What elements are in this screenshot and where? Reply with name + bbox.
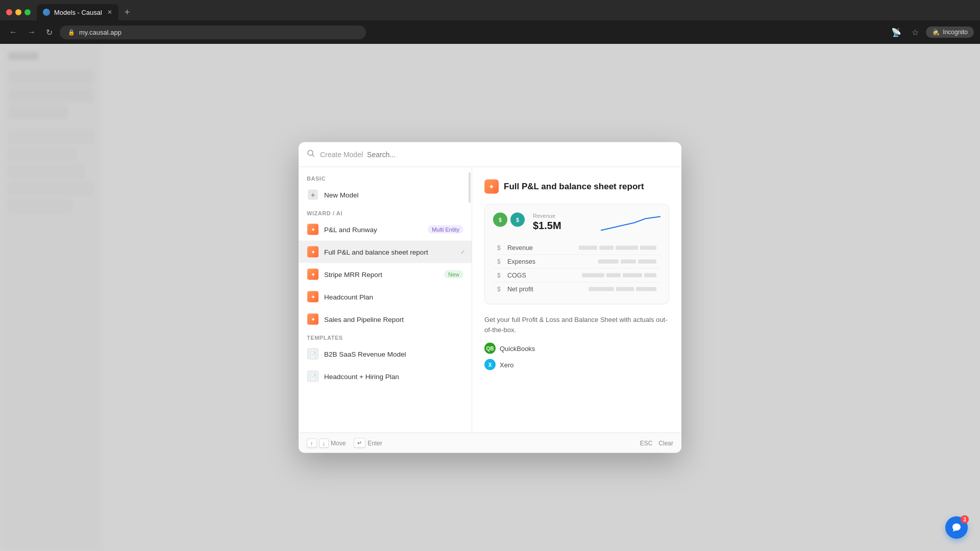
list-item-full-pnl[interactable]: ✦ Full P&L and balance sheet report ✓: [299, 241, 472, 263]
pnl-runway-label: P&L and Runway: [324, 226, 423, 233]
b2b-saas-icon: 📄: [307, 348, 319, 360]
bar-2: [599, 246, 614, 250]
browser-chrome: Models - Causal ✕ + ← → ↻ 🔒 my.causal.ap…: [0, 0, 980, 44]
cast-icon[interactable]: 📡: [888, 26, 904, 39]
move-label: Move: [331, 439, 346, 446]
pnl-runway-icon: ✦: [307, 223, 319, 236]
headcount-hiring-label: Headcount + Hiring Plan: [324, 372, 463, 380]
bookmark-icon[interactable]: ☆: [909, 26, 922, 39]
bar-11: [644, 273, 656, 278]
list-item-pnl-runway[interactable]: ✦ P&L and Runway Multi Entity: [299, 218, 472, 241]
nav-actions: 📡 ☆ 🕵 Incognito: [888, 26, 974, 39]
modal-preview-panel: ✦ Full P&L and balance sheet report $ $ …: [472, 167, 681, 433]
list-item-b2b-saas[interactable]: 📄 B2B SaaS Revenue Model: [299, 343, 472, 365]
stripe-mrr-label: Stripe MRR Report: [324, 270, 439, 278]
template-doc-icon: 📄: [307, 348, 318, 360]
list-item-new-model[interactable]: + New Model: [299, 184, 472, 206]
row-bars-net-profit: [552, 287, 656, 291]
bar-7: [638, 260, 656, 264]
b2b-saas-label: B2B SaaS Revenue Model: [324, 350, 463, 358]
incognito-button[interactable]: 🕵 Incognito: [926, 27, 974, 38]
chat-badge: 3: [961, 515, 969, 523]
scroll-track: [469, 167, 471, 433]
bar-4: [640, 246, 656, 250]
quickbooks-name: QuickBooks: [500, 344, 535, 352]
tab-title: Models - Causal: [54, 9, 102, 16]
new-badge: New: [444, 270, 463, 279]
address-bar[interactable]: 🔒 my.causal.app: [60, 26, 366, 39]
chart-top: $ $ Revenue $1.5M: [493, 213, 660, 233]
plus-icon: +: [308, 190, 318, 200]
forward-button[interactable]: →: [24, 26, 39, 39]
modal-body: BASIC + New Model WIZARD / AI ✦ P&L and: [299, 167, 681, 433]
ai-wand-icon: ✦: [307, 224, 318, 235]
template-list: BASIC + New Model WIZARD / AI ✦ P&L and: [299, 167, 472, 433]
bar-13: [616, 287, 634, 291]
headcount-plan-label: Headcount Plan: [324, 293, 463, 300]
bar-12: [589, 287, 614, 291]
reload-button[interactable]: ↻: [43, 26, 56, 39]
section-templates-label: TEMPLATES: [299, 331, 472, 343]
quickbooks-icon: QB: [484, 343, 496, 354]
chart-line-area: [601, 213, 660, 233]
circle-green: $: [493, 213, 507, 227]
lock-icon: 🔒: [68, 29, 75, 36]
clear-button[interactable]: Clear: [658, 439, 673, 446]
table-row-revenue: $ Revenue: [493, 241, 660, 255]
xero-name: Xero: [500, 361, 513, 368]
modal-footer: ↑ ↓ Move ↵ Enter ESC Clear: [299, 433, 681, 453]
selected-checkmark: ✓: [460, 248, 465, 256]
full-pnl-icon: ✦: [307, 246, 319, 258]
list-item-sales-pipeline[interactable]: ✦ Sales and Pipeline Report: [299, 308, 472, 331]
search-input[interactable]: [367, 151, 673, 159]
full-pnl-label: Full P&L and balance sheet report: [324, 248, 463, 256]
revenue-value: $1.5M: [533, 220, 593, 232]
modal-header: Create Model: [299, 142, 681, 167]
ai-wand-icon-5: ✦: [307, 314, 318, 325]
tab-favicon: [43, 9, 50, 16]
row-dollar-3: $: [497, 272, 503, 279]
footer-right: ESC Clear: [640, 439, 673, 446]
chat-button[interactable]: 3: [945, 516, 968, 539]
search-area: Create Model: [320, 151, 673, 159]
ai-wand-icon-2: ✦: [307, 246, 318, 258]
search-icon: [307, 149, 315, 160]
new-tab-button[interactable]: +: [120, 5, 134, 20]
multi-entity-badge: Multi Entity: [428, 226, 463, 234]
tab-bar: Models - Causal ✕ +: [0, 0, 980, 20]
table-row-cogs: $ COGS: [493, 269, 660, 283]
revenue-label: Revenue: [533, 213, 593, 219]
active-tab[interactable]: Models - Causal ✕: [37, 4, 118, 20]
row-bars-expenses: [552, 260, 656, 264]
circle-teal: $: [510, 213, 525, 227]
section-wizard-label: WIZARD / AI: [299, 206, 472, 218]
row-bars-revenue: [552, 246, 656, 250]
window-minimize[interactable]: [15, 9, 21, 15]
address-text: my.causal.app: [79, 29, 121, 36]
bar-9: [606, 273, 621, 278]
nav-bar: ← → ↻ 🔒 my.causal.app 📡 ☆ 🕵 Incognito: [0, 20, 980, 44]
preview-description: Get your full Profit & Loss and Balance …: [484, 315, 669, 335]
enter-label: Enter: [368, 439, 382, 446]
back-button[interactable]: ←: [6, 26, 20, 39]
bar-1: [579, 246, 597, 250]
row-name-net-profit: Net profit: [507, 286, 548, 293]
scroll-thumb[interactable]: [469, 172, 471, 203]
enter-key: ↵: [354, 438, 365, 448]
list-item-headcount-plan[interactable]: ✦ Headcount Plan: [299, 286, 472, 308]
preview-title: Full P&L and balance sheet report: [504, 182, 644, 192]
template-doc-icon-2: 📄: [307, 371, 318, 382]
table-row-expenses: $ Expenses: [493, 255, 660, 269]
tab-close-button[interactable]: ✕: [107, 9, 112, 16]
list-item-stripe-mrr[interactable]: ✦ Stripe MRR Report New: [299, 263, 472, 286]
window-close[interactable]: [6, 9, 12, 15]
new-model-icon: +: [307, 189, 319, 201]
preview-ai-icon: ✦: [484, 180, 499, 194]
new-model-label: New Model: [324, 191, 463, 198]
preview-chart: $ $ Revenue $1.5M: [484, 204, 669, 305]
xero-integration: X Xero: [484, 359, 669, 370]
sales-pipeline-icon: ✦: [307, 313, 319, 325]
window-maximize[interactable]: [24, 9, 31, 15]
xero-icon: X: [484, 359, 496, 370]
list-item-headcount-hiring[interactable]: 📄 Headcount + Hiring Plan: [299, 365, 472, 388]
